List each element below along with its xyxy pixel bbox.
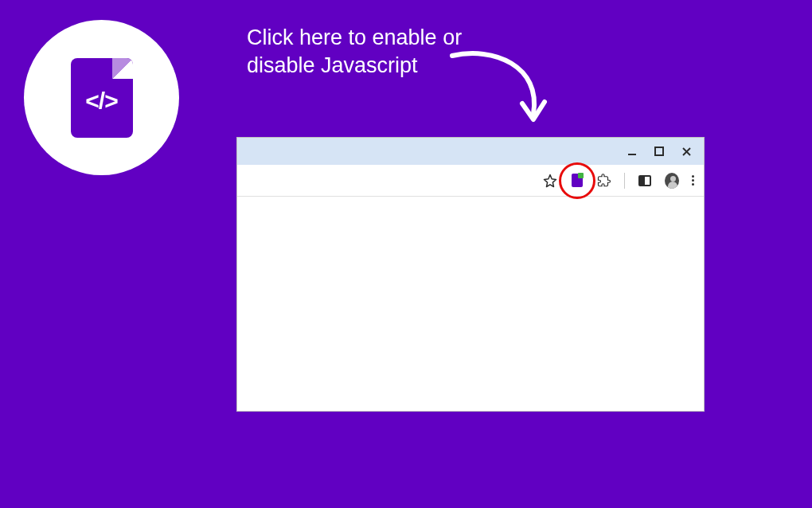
window-close-button[interactable] [680, 145, 693, 158]
window-maximize-button[interactable] [653, 145, 666, 158]
logo-file-icon: </> [71, 58, 133, 138]
browser-content-area [237, 197, 704, 411]
js-toggle-extension-icon [572, 174, 583, 187]
window-minimize-button[interactable] [626, 145, 638, 158]
side-panel-icon[interactable] [638, 174, 652, 188]
toolbar-divider [624, 173, 625, 189]
logo-code-glyph: </> [85, 88, 117, 115]
logo-circle: </> [24, 20, 179, 175]
js-toggle-extension-button[interactable] [570, 174, 584, 188]
svg-rect-1 [655, 147, 663, 155]
instruction-text: Click here to enable or disable Javascri… [247, 24, 470, 80]
bookmark-star-icon[interactable] [543, 174, 557, 188]
kebab-menu-icon[interactable] [692, 175, 694, 186]
window-titlebar [237, 138, 704, 165]
profile-avatar-icon[interactable] [665, 174, 679, 188]
extensions-puzzle-icon[interactable] [597, 174, 611, 188]
browser-window [236, 137, 705, 412]
browser-toolbar [237, 165, 704, 197]
